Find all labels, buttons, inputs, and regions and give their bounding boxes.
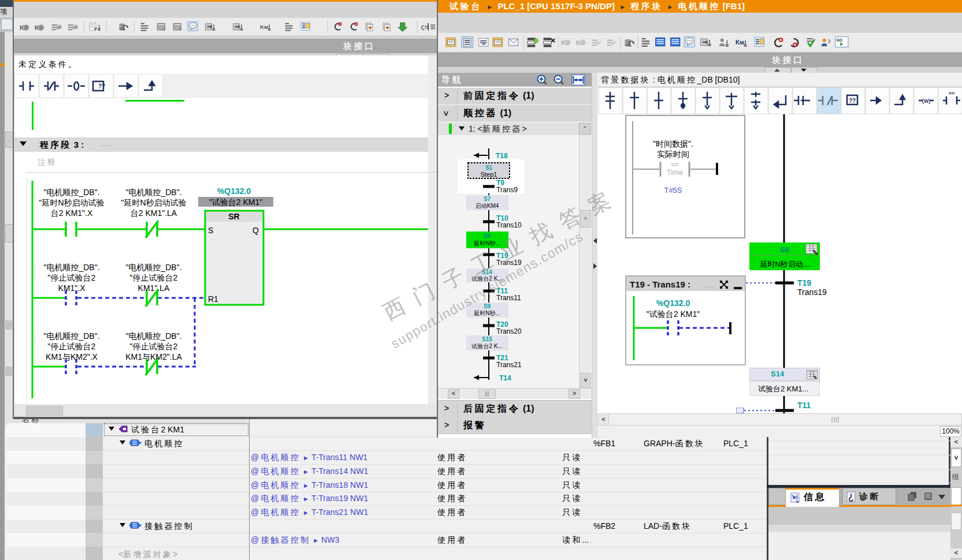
svg-text:延时N秒启动...: 延时N秒启动... [760, 260, 809, 268]
svg-text:T#5S: T#5S [664, 186, 682, 195]
svg-text:"停止试验台2: "停止试验台2 [48, 342, 96, 351]
svg-text:??: ?? [849, 98, 856, 104]
svg-text:R1: R1 [208, 294, 218, 304]
svg-text:Trans19: Trans19 [496, 259, 522, 267]
svg-text:SR: SR [228, 212, 239, 221]
svg-text:S9: S9 [484, 303, 491, 309]
svg-text:T14: T14 [499, 374, 511, 382]
svg-text:延时N秒...: 延时N秒... [473, 310, 500, 316]
svg-text:Step1: Step1 [481, 171, 497, 178]
svg-text:"时间数据".: "时间数据". [653, 139, 693, 148]
svg-text:S15: S15 [482, 336, 492, 342]
svg-text:KM1".LA: KM1".LA [138, 283, 170, 293]
svg-text:T19: T19 [797, 278, 811, 288]
svg-text:....: .... [705, 281, 713, 289]
svg-text:"电机顺控_DB".: "电机顺控_DB". [43, 263, 99, 272]
svg-text:Trans11: Trans11 [496, 294, 521, 302]
svg-text:Trans19: Trans19 [797, 288, 827, 297]
svg-text:T19 - Trans19 :: T19 - Trans19 : [630, 279, 690, 289]
svg-text:S14: S14 [482, 269, 492, 275]
svg-text:(W): (W) [922, 98, 931, 104]
svg-text:S7: S7 [484, 196, 491, 202]
svg-text:启动KM4: 启动KM4 [476, 203, 499, 209]
svg-text:Trans21: Trans21 [496, 361, 522, 369]
svg-text:延时N秒...: 延时N秒... [473, 240, 500, 247]
svg-text:%Q132.0: %Q132.0 [656, 298, 690, 308]
svg-text:"电机顺控_DB".: "电机顺控_DB". [125, 331, 181, 341]
svg-text:"延时N秒启动试验: "延时N秒启动试验 [121, 198, 186, 207]
svg-text:"停止试验台2: "停止试验台2 [130, 273, 178, 282]
svg-text:KM1与KM2".X: KM1与KM2".X [46, 352, 98, 361]
svg-text:"电机顺控_DB".: "电机顺控_DB". [43, 188, 99, 197]
svg-text:Trans9: Trans9 [496, 186, 518, 194]
svg-text:Trans10: Trans10 [496, 221, 522, 229]
svg-text:T18: T18 [496, 152, 508, 160]
svg-text:Trans20: Trans20 [496, 327, 522, 335]
svg-text:KM1与KM2".LA: KM1与KM2".LA [125, 352, 182, 361]
svg-text:"电机顺控_DB".: "电机顺控_DB". [125, 263, 181, 272]
svg-text:实际时间: 实际时间 [657, 150, 689, 159]
svg-text:%Q132.0: %Q132.0 [217, 186, 251, 196]
svg-text:S1: S1 [485, 165, 493, 171]
svg-text:"延时N秒启动试验: "延时N秒启动试验 [39, 198, 104, 207]
svg-text:"停止试验台2: "停止试验台2 [130, 342, 178, 351]
svg-text:??: ?? [98, 83, 105, 89]
svg-text:S: S [208, 226, 213, 235]
svg-text:"电机顺控_DB".: "电机顺控_DB". [125, 188, 181, 197]
svg-text:S8: S8 [780, 245, 789, 254]
svg-text:"停止试验台2: "停止试验台2 [48, 273, 96, 282]
svg-text:"电机顺控_DB".: "电机顺控_DB". [43, 331, 99, 341]
svg-text:KM1".X: KM1".X [58, 283, 86, 293]
svg-text:试验台2 K...: 试验台2 K... [471, 343, 502, 349]
svg-text:台2 KM1".X: 台2 KM1".X [51, 208, 93, 218]
svg-text:Time: Time [667, 168, 683, 177]
svg-text:台2 KM1".LA: 台2 KM1".LA [131, 208, 177, 218]
svg-text:i: i [796, 494, 798, 501]
svg-text:"试验台2 KM1": "试验台2 KM1" [647, 309, 700, 319]
svg-text:试验台2 K...: 试验台2 K... [471, 275, 502, 282]
svg-text:Q: Q [252, 226, 259, 235]
svg-text:S8: S8 [484, 233, 491, 239]
svg-text:==: == [671, 161, 679, 168]
svg-text:==: == [949, 91, 955, 96]
svg-text:"试验台2 KM1": "试验台2 KM1" [209, 197, 262, 207]
